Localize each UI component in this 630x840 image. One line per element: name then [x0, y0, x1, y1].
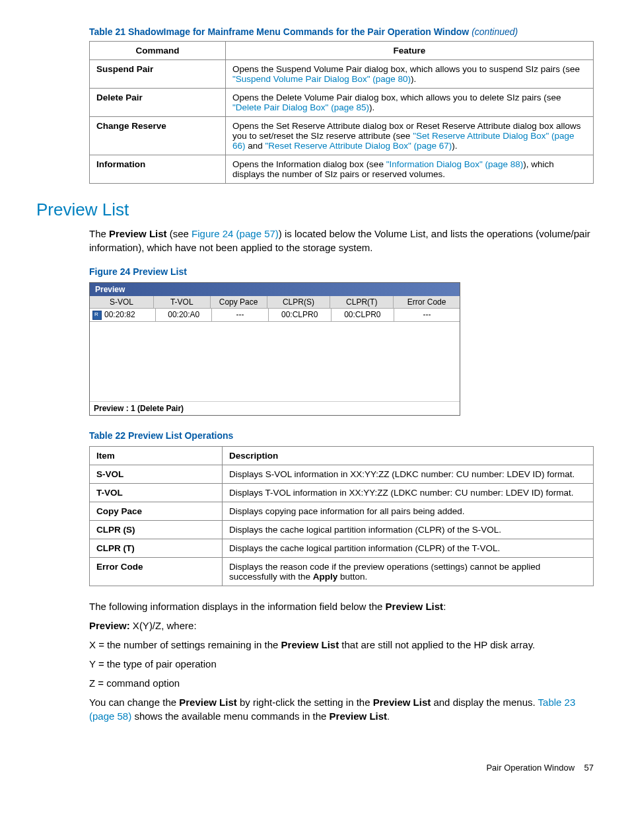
para-z: Z = command option: [89, 676, 594, 690]
table21-caption: Table 21 ShadowImage for Mainframe Menu …: [89, 26, 594, 37]
cell-copypace: ---: [212, 309, 268, 322]
preview-status: Preview : 1 (Delete Pair): [90, 402, 460, 415]
link-suspend[interactable]: "Suspend Volume Pair Dialog Box" (page 8…: [232, 74, 411, 84]
para-info-field: The following information displays in th…: [89, 599, 594, 613]
para-change: You can change the Preview List by right…: [89, 695, 594, 723]
col-copypace[interactable]: Copy Pace: [211, 296, 267, 309]
para-y: Y = the type of pair operation: [89, 657, 594, 671]
table-row: Error CodeDisplays the reason code if th…: [90, 557, 594, 586]
preview-window: Preview S-VOL T-VOL Copy Pace CLPR(S) CL…: [89, 282, 460, 416]
link-resetreserve[interactable]: "Reset Reserve Attribute Dialog Box" (pa…: [265, 141, 452, 151]
table21: Command Feature Suspend Pair Opens the S…: [89, 41, 594, 184]
preview-blank: [90, 322, 460, 402]
table-row: Copy PaceDisplays copying pace informati…: [90, 502, 594, 520]
table-row: Delete Pair Opens the Delete Volume Pair…: [90, 89, 594, 117]
table22-caption: Table 22 Preview List Operations: [89, 430, 594, 441]
table-row: Information Opens the Information dialog…: [90, 155, 594, 184]
col-clprt[interactable]: CLPR(T): [330, 296, 394, 309]
preview-headers: S-VOL T-VOL Copy Pace CLPR(S) CLPR(T) Er…: [90, 296, 460, 309]
cell-error: ---: [394, 309, 460, 322]
table-row: CLPR (S)Displays the cache logical parti…: [90, 520, 594, 539]
cell-clprt: 00:CLPR0: [332, 309, 394, 322]
para-x: X = the number of settings remaining in …: [89, 638, 594, 652]
section-heading: Preview List: [36, 200, 594, 220]
table-row: Suspend Pair Opens the Suspend Volume Pa…: [90, 60, 594, 89]
volume-icon: [92, 311, 102, 320]
table-row: Change Reserve Opens the Set Reserve Att…: [90, 117, 594, 155]
link-info[interactable]: "Information Dialog Box" (page 88): [386, 159, 524, 169]
table22-header-desc: Description: [223, 446, 594, 465]
intro-paragraph: The Preview List (see Figure 24 (page 57…: [89, 227, 594, 254]
link-figure24[interactable]: Figure 24 (page 57): [192, 228, 279, 239]
link-delete[interactable]: "Delete Pair Dialog Box" (page 85): [232, 102, 369, 112]
preview-title: Preview: [90, 283, 460, 296]
cell-tvol: 00:20:A0: [156, 309, 212, 322]
table-row: S-VOLDisplays S-VOL information in XX:YY…: [90, 465, 594, 483]
para-preview-format: Preview: X(Y)/Z, where:: [89, 619, 594, 632]
table-row: CLPR (T)Displays the cache logical parti…: [90, 539, 594, 557]
table-row: T-VOLDisplays T-VOL information in XX:YY…: [90, 483, 594, 502]
col-error[interactable]: Error Code: [394, 296, 460, 309]
table21-header-feature: Feature: [226, 42, 594, 60]
cell-clprs: 00:CLPR0: [269, 309, 332, 322]
cell-svol: 00:20:82: [90, 309, 156, 322]
table22-header-item: Item: [90, 446, 223, 465]
col-clprs[interactable]: CLPR(S): [267, 296, 331, 309]
table22: Item Description S-VOLDisplays S-VOL inf…: [89, 446, 594, 586]
col-tvol[interactable]: T-VOL: [154, 296, 211, 309]
col-svol[interactable]: S-VOL: [90, 296, 154, 309]
table21-header-command: Command: [90, 42, 226, 60]
page-footer: Pair Operation Window 57: [36, 763, 594, 773]
figure-caption: Figure 24 Preview List: [89, 266, 594, 277]
preview-row[interactable]: 00:20:82 00:20:A0 --- 00:CLPR0 00:CLPR0 …: [90, 309, 460, 322]
